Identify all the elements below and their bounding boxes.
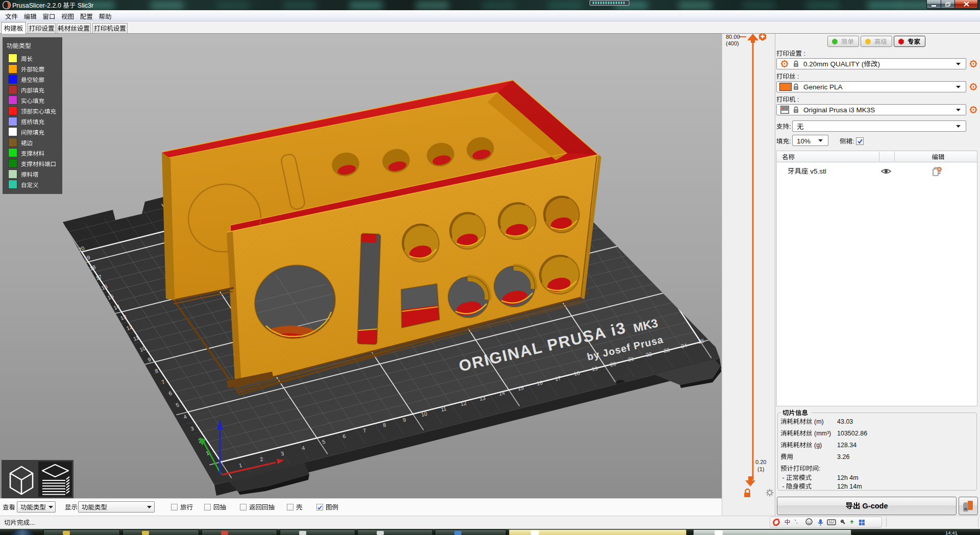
svg-text:’˒: ’˒	[795, 519, 798, 525]
svg-text:中: 中	[785, 519, 791, 526]
